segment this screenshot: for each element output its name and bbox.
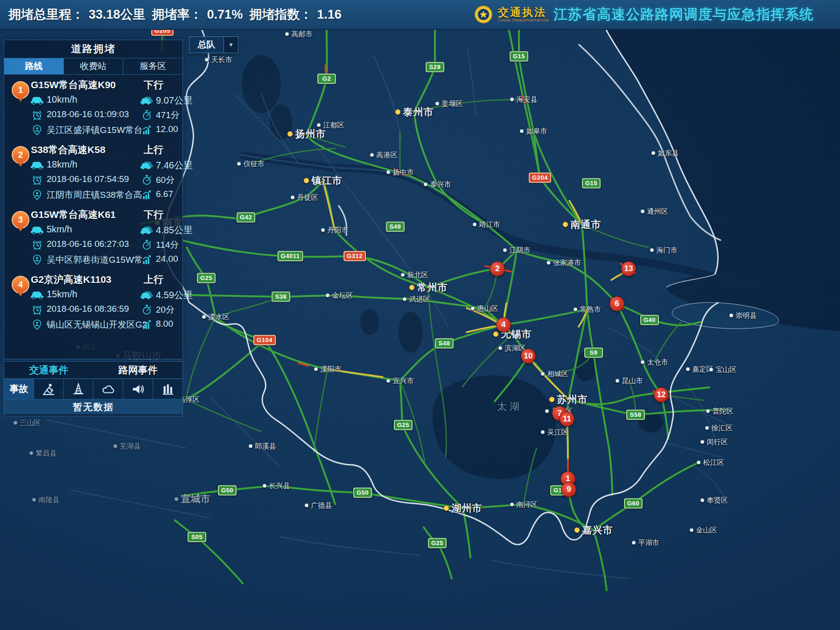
stat-label: 拥堵率： [152,6,203,23]
stat-label: 拥堵总里程： [8,6,84,23]
map-city-label: 常熟市 [574,305,601,314]
road-title: S38常合高速K58上行 [31,143,178,156]
tab-network-events[interactable]: 路网事件 [93,362,182,378]
city-dot [706,409,710,413]
congestion-entry[interactable]: 3 G15W常台高速K61下行 5km/h4.85公里 2018-06-16 0… [4,204,182,269]
map-city-label: 如东县 [651,149,679,158]
duration-value: 114分 [156,239,179,251]
map-city-label: 通州区 [641,207,668,216]
map-city-label: 徐汇区 [705,424,733,433]
location-person-icon [31,254,43,265]
map-city-label: 武进区 [403,295,430,304]
incident-marker[interactable]: 2 [490,261,505,276]
city-dot [616,379,620,383]
congestion-entry[interactable]: 4 G2京沪高速K1103上行 15km/h4.59公里 2018-06-16 … [4,269,182,334]
incident-marker[interactable]: 13 [621,261,636,276]
location-text: 吴江区盛泽镇G15W常台 [47,124,143,136]
location-text: 江阴市周庄镇S38常合高 [47,189,142,201]
road-shield: G25 [197,273,216,283]
city-dot [641,210,645,214]
map-city-label: 泰州市 [395,105,434,119]
tab-toll-stations[interactable]: 收费站 [64,58,124,74]
event-type-filter: 事故 [4,379,182,399]
map-city-label: 宜兴市 [386,377,414,385]
city-dot [541,372,545,376]
road-shield: G104 [253,335,276,345]
length-value: 4.59公里 [156,289,193,301]
location-person-icon [31,319,43,330]
system-title: 江苏省高速公路路网调度与应急指挥系统 [553,5,814,24]
city-dot [632,541,636,545]
direction-label: 下行 [144,208,163,221]
map-city-label: 高港区 [370,151,398,160]
map-city-label: 长兴县 [263,482,290,490]
facility-icon[interactable] [153,379,182,399]
start-time: 2018-06-16 07:54:59 [47,174,129,184]
incident-marker[interactable]: 9 [561,482,576,497]
start-time: 2018-06-16 01:09:03 [47,109,129,119]
city-dot [370,153,374,157]
tab-service-areas[interactable]: 服务区 [123,58,182,74]
city-dot [237,162,241,166]
map-city-label: 仪征市 [237,160,265,168]
road-shield: S9 [584,348,603,358]
tab-traffic-events[interactable]: 交通事件 [4,362,93,378]
city-dot [510,503,514,507]
unit-dropdown[interactable]: 总队 ▼ [189,36,238,53]
road-shield: S58 [626,410,645,420]
stat-value: 1.16 [317,7,342,22]
map-city-label: 崇明县 [729,311,757,320]
map-city-label: 镇江市 [304,174,343,187]
city-dot [545,409,549,413]
city-dot [249,444,253,448]
congestion-entry[interactable]: 1 G15W常台高速K90下行 10km/h9.07公里 2018-06-16 … [4,75,182,140]
map-city-label: 惠山区 [471,304,498,313]
road-shield: S05 [188,532,206,542]
chevron-down-icon[interactable]: ▼ [224,37,238,53]
incident-marker[interactable]: 11 [560,412,574,427]
congestion-entry[interactable]: 2 S38常合高速K58上行 18km/h7.46公里 2018-06-16 0… [4,140,182,204]
event-panel: 交通事件 路网事件 事故 暂无数据 [4,361,183,416]
city-dot [705,426,709,430]
construction-icon[interactable] [34,379,64,399]
city-dot [444,505,449,511]
duration-value: 20分 [156,304,175,316]
road-title: G2京沪高速K1103上行 [31,273,178,286]
congestion-panel: 道路拥堵 路线 收费站 服务区 1 G15W常台高速K90下行 10km/h9.… [4,40,183,359]
tab-routes[interactable]: 路线 [4,58,64,74]
map-city-label: 普陀区 [706,407,734,416]
congestion-stats: 拥堵总里程：33.18公里 拥堵率：0.71% 拥堵指数：1.16 [8,6,342,23]
city-dot [304,178,309,183]
map-city-label: 靖江市 [473,220,500,229]
index-value: 6.67 [156,189,173,199]
road-shield: G60 [624,498,643,509]
horn-icon[interactable] [123,379,153,399]
panel-title: 道路拥堵 [4,40,182,58]
congestion-list: 1 G15W常台高速K90下行 10km/h9.07公里 2018-06-16 … [4,75,182,334]
map-city-label: 苏州市 [549,393,588,406]
map-city-label: 新北区 [401,271,428,280]
incident-marker[interactable]: 6 [609,296,624,311]
road-title: G15W常台高速K61下行 [31,208,178,221]
city-dot [520,129,524,133]
empty-state: 暂无数据 [4,399,182,414]
map-city-label: 三山区 [14,419,41,427]
city-dot [503,248,507,252]
queue-length-icon [140,160,153,170]
index-value: 24.00 [156,254,178,264]
incident-marker[interactable]: 4 [496,317,511,332]
cone-icon[interactable] [64,379,94,399]
map-city-label: 湖州市 [444,502,483,515]
index-chart-icon [140,189,153,200]
road-shield: G25 [428,538,447,548]
incident-marker[interactable]: 12 [654,387,669,402]
city-dot [403,297,407,301]
filter-accident[interactable]: 事故 [4,379,34,399]
length-value: 4.85公里 [156,224,193,237]
weather-cloud-icon[interactable] [93,379,123,399]
rank-pin-icon: 2 [12,146,29,164]
incident-marker[interactable]: 10 [521,349,536,364]
map-city-label: 江阴市 [503,246,531,255]
city-dot [690,528,694,532]
length-value: 9.07公里 [156,94,193,107]
